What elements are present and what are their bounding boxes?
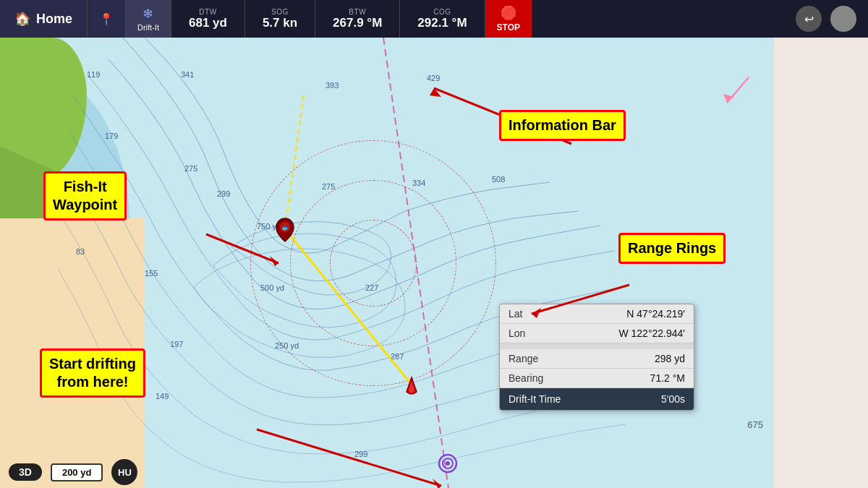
sog-label: SOG <box>271 8 289 16</box>
depth-label: 155 <box>145 269 158 278</box>
right-margin-panel <box>774 38 868 488</box>
bearing-label: Bearing <box>509 372 543 384</box>
depth-label: 227 <box>365 283 378 292</box>
depth-label: 179 <box>105 132 118 140</box>
units-button[interactable]: HU <box>111 459 137 485</box>
depth-label: 119 <box>87 70 100 79</box>
depth-label: 275 <box>322 182 335 191</box>
depth-label: 429 <box>427 74 440 82</box>
range-label: Range <box>509 353 538 364</box>
home-label: Home <box>36 12 72 27</box>
start-drift-annotation: Start driftingfrom here! <box>40 348 145 398</box>
depth-label: 275 <box>184 164 197 173</box>
range-row: Range 298 yd <box>500 349 694 369</box>
drift-time-value: 5'00s <box>661 393 685 405</box>
dtw-value: 681 yd <box>189 16 227 30</box>
home-icon: 🏠 <box>14 11 30 27</box>
lat-value: N 47°24.219' <box>626 308 685 320</box>
fish-it-waypoint-marker[interactable]: 🐟 <box>275 217 295 243</box>
chart-number-label: 675 <box>747 419 763 430</box>
home-button[interactable]: 🏠 Home <box>0 0 88 38</box>
lon-value: W 122°22.944' <box>618 328 685 339</box>
start-drift-annotation-text: Start driftingfrom here! <box>49 356 136 390</box>
settings-button[interactable] <box>830 6 856 32</box>
sog-value: 5.7 kn <box>263 16 297 30</box>
top-navigation-bar: 🏠 Home 📍 ❄ Drift-It DTW 681 yd SOG 5.7 k… <box>0 0 868 38</box>
dtw-label: DTW <box>199 8 216 16</box>
3d-mode-button[interactable]: 3D <box>9 463 42 481</box>
fan-icon: ❄ <box>142 6 153 22</box>
bearing-value: 71.2 °M <box>650 372 685 384</box>
lon-label: Lon <box>509 328 525 339</box>
dtw-segment: DTW 681 yd <box>171 0 245 38</box>
top-right-controls: ↩ <box>784 0 868 38</box>
depth-label: 299 <box>217 189 230 198</box>
range-rings-annotation: Range Rings <box>618 233 726 264</box>
lon-row: Lon W 122°22.944' <box>500 324 694 343</box>
info-bar-annotation-text: Information Bar <box>509 117 616 133</box>
bottom-navigation-bar: 3D 200 yd HU <box>0 456 868 488</box>
location-button[interactable]: 📍 <box>88 0 126 38</box>
depth-label: 393 <box>326 81 339 90</box>
stop-label: STOP <box>497 22 520 33</box>
location-icon: 📍 <box>99 12 114 26</box>
drift-it-button[interactable]: ❄ Drift-It <box>126 0 171 38</box>
lat-row: Lat N 47°24.219' <box>500 304 694 324</box>
fish-it-annotation-text: Fish-ItWaypoint <box>53 179 117 213</box>
btw-segment: BTW 267.9 °M <box>315 0 400 38</box>
info-bar-annotation: Information Bar <box>499 110 626 141</box>
drift-time-label: Drift-It Time <box>509 393 561 405</box>
range-rings-annotation-text: Range Rings <box>628 240 716 256</box>
btw-value: 267.9 °M <box>333 16 382 30</box>
cog-value: 292.1 °M <box>417 16 467 30</box>
depth-label: 508 <box>492 175 505 184</box>
drift-it-label: Drift-It <box>137 23 159 32</box>
cog-label: COG <box>433 8 451 16</box>
info-divider <box>500 343 694 349</box>
depth-label: 197 <box>170 340 183 348</box>
scale-bar[interactable]: 200 yd <box>51 463 103 481</box>
stop-icon: 🛑 <box>501 5 516 21</box>
btw-label: BTW <box>349 8 366 16</box>
undo-button[interactable]: ↩ <box>796 6 822 32</box>
depth-label: 149 <box>156 392 169 401</box>
drift-time-row: Drift-It Time 5'00s <box>500 388 694 410</box>
boat-marker <box>404 376 420 401</box>
depth-label: 500 yd <box>260 283 284 292</box>
svg-text:🐟: 🐟 <box>281 223 290 232</box>
info-popup: Lat N 47°24.219' Lon W 122°22.944' Range… <box>499 304 694 411</box>
cog-segment: COG 292.1 °M <box>400 0 485 38</box>
fish-it-annotation: Fish-ItWaypoint <box>43 171 127 221</box>
sog-segment: SOG 5.7 kn <box>245 0 315 38</box>
depth-label: 341 <box>181 70 194 79</box>
depth-label: 250 yd <box>275 341 299 350</box>
chart-area[interactable]: 11934139342917927529927533450883155750 y… <box>0 38 868 488</box>
pink-arrow-decoration <box>712 74 756 110</box>
range-value: 298 yd <box>655 353 685 364</box>
depth-label: 287 <box>391 352 404 361</box>
depth-label: 83 <box>76 247 85 256</box>
lat-label: Lat <box>509 308 522 320</box>
stop-button[interactable]: 🛑 STOP <box>485 0 532 38</box>
bearing-row: Bearing 71.2 °M <box>500 369 694 388</box>
depth-label: 334 <box>412 179 425 187</box>
